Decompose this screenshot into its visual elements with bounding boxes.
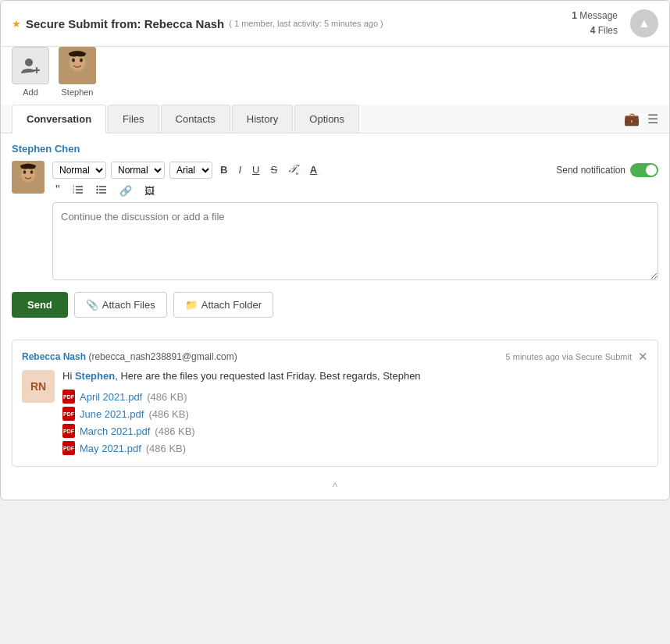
tab-contacts[interactable]: Contacts — [161, 105, 230, 133]
footer-collapse-icon[interactable]: ^ — [333, 481, 338, 493]
svg-point-24 — [96, 191, 98, 193]
clear-format-button[interactable]: 𝒯× — [285, 161, 302, 179]
message-sender-name: Rebecca Nash — [22, 351, 86, 362]
bold-button[interactable]: B — [217, 162, 230, 177]
message-body-text: , Here are the files you requested last … — [115, 370, 420, 382]
tab-files[interactable]: Files — [108, 105, 159, 133]
font-color-button[interactable]: A — [307, 162, 320, 177]
rebecca-avatar: RN — [22, 370, 55, 403]
file-size-3: (486 KB) — [146, 443, 186, 454]
add-member-item[interactable]: Add — [12, 47, 49, 97]
message-close-button[interactable]: ✕ — [638, 350, 648, 364]
sender-name: Stephen Chen — [12, 143, 658, 155]
file-name-0[interactable]: April 2021.pdf — [80, 391, 142, 403]
image-button[interactable]: 🖼 — [141, 183, 158, 198]
message-textarea[interactable] — [52, 202, 658, 280]
pdf-icon-3: PDF — [62, 441, 75, 455]
svg-point-11 — [23, 171, 27, 174]
message-body-hi: Hi — [62, 370, 75, 382]
chevron-up-icon: ▲ — [638, 16, 650, 30]
stephen-member-label: Stephen — [62, 87, 94, 97]
collapse-button[interactable]: ▲ — [630, 9, 658, 37]
attach-files-button[interactable]: 📎 Attach Files — [74, 292, 167, 318]
file-name-1[interactable]: June 2021.pdf — [80, 408, 144, 420]
svg-point-6 — [72, 59, 75, 62]
header-stats: 1 Message 4 Files — [572, 9, 618, 38]
strikethrough-button[interactable]: S — [267, 162, 280, 177]
svg-point-0 — [25, 59, 33, 66]
attach-folder-button[interactable]: 📁 Attach Folder — [173, 292, 273, 318]
ordered-list-button[interactable]: 123 — [69, 183, 87, 199]
file-item-1[interactable]: PDF June 2021.pdf (486 KB) — [62, 405, 648, 422]
italic-button[interactable]: I — [235, 162, 244, 177]
tabs-bar: Conversation Files Contacts History Opti… — [1, 105, 669, 133]
svg-text:3: 3 — [73, 190, 75, 194]
briefcase-icon[interactable]: 💼 — [624, 112, 640, 126]
file-item-2[interactable]: PDF March 2021.pdf (486 KB) — [62, 422, 648, 439]
message-content: Hi Stephen, Here are the files you reque… — [62, 370, 648, 457]
file-name-2[interactable]: March 2021.pdf — [80, 425, 150, 437]
tab-conversation[interactable]: Conversation — [12, 105, 106, 133]
footer: ^ — [1, 475, 669, 500]
notification-label: Send notification — [556, 165, 625, 176]
format-select-1[interactable]: Normal — [52, 162, 106, 179]
message-sender-email: (rebecca_nash238891@gmail.com) — [88, 351, 237, 362]
pdf-icon-0: PDF — [62, 390, 75, 404]
members-row: Add Stephen — [1, 47, 669, 105]
star-icon: ★ — [12, 18, 21, 30]
message-from: Rebecca Nash (rebecca_nash238891@gmail.c… — [22, 351, 237, 362]
pdf-icon-2: PDF — [62, 424, 75, 438]
file-size-2: (486 KB) — [155, 425, 194, 437]
tab-history[interactable]: History — [232, 105, 293, 133]
folder-icon: 📁 — [185, 299, 198, 311]
quote-button[interactable]: " — [52, 182, 63, 199]
editor-avatar — [12, 161, 45, 194]
svg-point-7 — [80, 59, 83, 62]
file-size-1: (486 KB) — [148, 408, 188, 420]
underline-button[interactable]: U — [249, 162, 262, 177]
link-button[interactable]: 🔗 — [116, 183, 135, 198]
unordered-list-button[interactable] — [93, 183, 110, 199]
pdf-icon-1: PDF — [62, 407, 75, 421]
file-name-3[interactable]: May 2021.pdf — [80, 443, 141, 454]
svg-point-12 — [30, 171, 34, 174]
attachment-list: PDF April 2021.pdf (486 KB) PDF June 202… — [62, 388, 648, 457]
svg-point-5 — [70, 55, 84, 70]
notification-toggle[interactable] — [630, 163, 658, 177]
notification-toggle-area: Send notification — [556, 163, 658, 177]
message-body-name: Stephen — [75, 370, 115, 382]
page-title: Secure Submit from: Rebecca Nash — [26, 17, 224, 30]
format-select-2[interactable]: Normal — [111, 162, 165, 179]
menu-icon[interactable]: ☰ — [647, 112, 658, 126]
paperclip-icon: 📎 — [86, 299, 98, 311]
message-thread: Rebecca Nash (rebecca_nash238891@gmail.c… — [12, 340, 658, 467]
tab-options[interactable]: Options — [294, 105, 359, 133]
font-select[interactable]: Arial — [169, 162, 212, 179]
svg-point-23 — [96, 188, 98, 190]
file-item-3[interactable]: PDF May 2021.pdf (486 KB) — [62, 439, 648, 457]
svg-point-22 — [96, 185, 98, 187]
stephen-avatar — [59, 47, 96, 84]
file-item-0[interactable]: PDF April 2021.pdf (486 KB) — [62, 388, 648, 405]
add-member-label: Add — [23, 87, 38, 97]
message-timestamp: 5 minutes ago via Secure Submit — [506, 352, 632, 361]
file-size-0: (486 KB) — [147, 391, 187, 403]
send-button[interactable]: Send — [12, 292, 68, 318]
stephen-member-item: Stephen — [59, 47, 96, 97]
add-member-avatar[interactable] — [12, 47, 49, 84]
header-meta: ( 1 member, last activity: 5 minutes ago… — [229, 19, 383, 28]
